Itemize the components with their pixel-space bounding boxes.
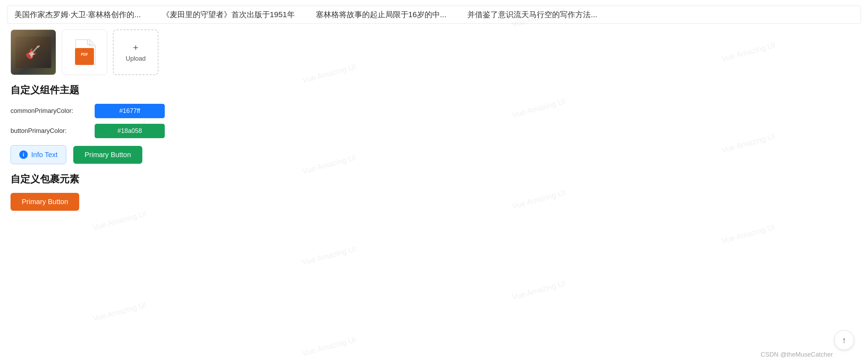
ticker-item-3: 并借鉴了意识流天马行空的写作方法...	[467, 9, 597, 20]
ticker-item-0: 美国作家杰罗姆·大卫·塞林格创作的...	[14, 9, 141, 20]
button-color-swatch[interactable]: #18a058	[95, 124, 165, 138]
primary-button[interactable]: Primary Button	[73, 146, 142, 164]
theme-section-title: 自定义组件主题	[11, 83, 857, 97]
button-color-label: buttonPrimaryColor:	[11, 127, 88, 135]
orange-primary-button[interactable]: Primary Button	[11, 193, 79, 211]
primary-color-swatch[interactable]: #1677ff	[95, 104, 165, 118]
pdf-card: PDF	[62, 29, 107, 75]
button-color-value: #18a058	[117, 127, 142, 134]
ticker-bar: 美国作家杰罗姆·大卫·塞林格创作的... 《麦田里的守望者》首次出版于1951年…	[7, 6, 861, 24]
info-alert: i Info Text	[11, 145, 66, 164]
button-color-row: buttonPrimaryColor: #18a058	[11, 124, 857, 138]
wrap-section: 自定义包裹元素 Primary Button	[11, 173, 857, 211]
primary-color-row: commonPrimaryColor: #1677ff	[11, 104, 857, 118]
upload-label: Upload	[126, 55, 145, 62]
guitar-icon: 🎸	[25, 45, 41, 60]
component-row: i Info Text Primary Button	[11, 145, 857, 164]
ticker-item-1: 《麦田里的守望者》首次出版于1951年	[162, 9, 295, 20]
image-inner: 🎸	[15, 36, 51, 68]
upload-button[interactable]: + Upload	[113, 29, 158, 75]
upload-section: 🎸 PDF + Upload	[11, 29, 857, 75]
ticker-inner: 美国作家杰罗姆·大卫·塞林格创作的... 《麦田里的守望者》首次出版于1951年…	[14, 9, 854, 20]
wrap-section-title: 自定义包裹元素	[11, 173, 857, 186]
image-thumbnail: 🎸	[11, 29, 56, 75]
svg-rect-0	[75, 48, 94, 65]
info-icon: i	[19, 150, 28, 159]
primary-color-label: commonPrimaryColor:	[11, 107, 88, 115]
info-text: Info Text	[31, 151, 57, 159]
upload-plus-icon: +	[133, 42, 138, 53]
svg-text:PDF: PDF	[81, 53, 88, 56]
ticker-item-2: 塞林格将故事的起止局限于16岁的中...	[316, 9, 447, 20]
primary-color-value: #1677ff	[119, 107, 140, 114]
theme-section: 自定义组件主题 commonPrimaryColor: #1677ff butt…	[11, 83, 857, 164]
pdf-icon: PDF	[72, 38, 97, 66]
